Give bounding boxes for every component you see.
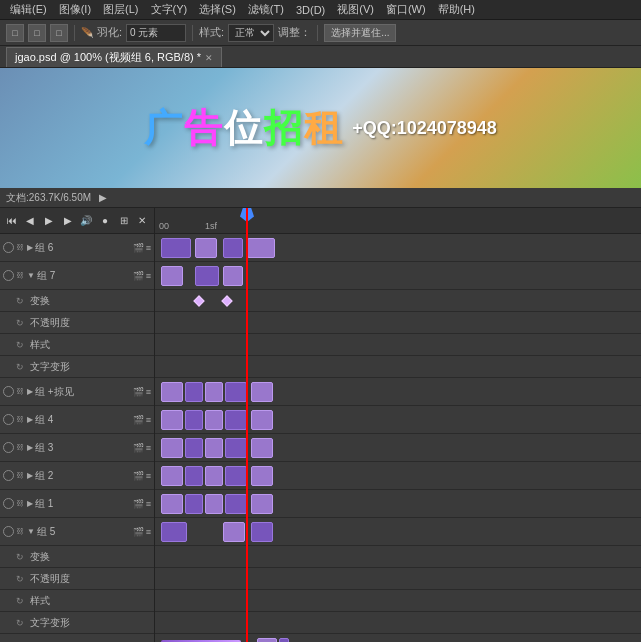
block-g7-1 <box>161 266 183 286</box>
sub-opacity-1[interactable]: ↻ 不透明度 <box>0 312 154 334</box>
track-sub3 <box>155 334 641 356</box>
cycle-icon-3: ↻ <box>16 340 28 350</box>
layer-group4[interactable]: ⛓ ▶ 组 4 🎬 ≡ <box>0 406 154 434</box>
eye-5[interactable] <box>3 526 14 537</box>
select-mask-button[interactable]: 选择并遮住... <box>324 24 396 42</box>
menu-layer[interactable]: 图层(L) <box>97 2 144 17</box>
layer-group7[interactable]: ⛓ ▼ 组 7 🎬 ≡ <box>0 262 154 290</box>
toolbar-icon-1[interactable]: □ <box>6 24 24 42</box>
expand-2[interactable]: ▶ <box>27 471 33 480</box>
options-7[interactable]: ≡ <box>146 271 151 281</box>
play-btn[interactable]: ▶ <box>41 213 57 229</box>
cycle-icon-6: ↻ <box>16 574 28 584</box>
tab-close-button[interactable]: ✕ <box>205 53 213 63</box>
feather-input[interactable] <box>126 24 186 42</box>
rewind-btn[interactable]: ⏮ <box>4 213 20 229</box>
menu-view[interactable]: 视图(V) <box>331 2 380 17</box>
block-2-3 <box>205 466 223 486</box>
eye-m[interactable] <box>3 386 14 397</box>
film-badge-6: 🎬 <box>133 243 144 253</box>
film-badge-3: 🎬 <box>133 443 144 453</box>
sub-textshape-1[interactable]: ↻ 文字变形 <box>0 356 154 378</box>
close-panel-btn[interactable]: ✕ <box>134 213 150 229</box>
menu-filter[interactable]: 滤镜(T) <box>242 2 290 17</box>
block-5-4 <box>251 522 273 542</box>
layer-name-4: 组 4 <box>35 413 131 427</box>
layer-group1[interactable]: ⛓ ▶ 组 1 🎬 ≡ <box>0 490 154 518</box>
block-m4 <box>225 382 247 402</box>
menu-help[interactable]: 帮助(H) <box>432 2 481 17</box>
menu-text[interactable]: 文字(Y) <box>145 2 194 17</box>
menu-window[interactable]: 窗口(W) <box>380 2 432 17</box>
block-3-1 <box>161 438 183 458</box>
cycle-icon-4: ↻ <box>16 362 28 372</box>
block-g6-2 <box>195 238 217 258</box>
toolbar-icon-2[interactable]: □ <box>28 24 46 42</box>
eye-4[interactable] <box>3 414 14 425</box>
layer-group6[interactable]: ⛓ ▶ 组 6 🎬 ≡ <box>0 234 154 262</box>
block-2-1 <box>161 466 183 486</box>
block-m5 <box>251 382 273 402</box>
layer-group2b[interactable]: ⛓ ▶ 图 2 🎬 ≡ <box>0 634 154 642</box>
menu-3d[interactable]: 3D(D) <box>290 4 331 16</box>
doc-info: 文档:263.7K/6.50M <box>6 191 91 205</box>
layer-name-5: 组 5 <box>37 525 131 539</box>
block-m2 <box>185 382 203 402</box>
block-4-1 <box>161 410 183 430</box>
menu-image[interactable]: 图像(I) <box>53 2 97 17</box>
style-select[interactable]: 正常 <box>228 24 274 42</box>
expand-5[interactable]: ▼ <box>27 527 35 536</box>
track-group2b: 图... <box>155 634 641 642</box>
prev-frame-btn[interactable]: ◀ <box>23 213 39 229</box>
cycle-icon-1: ↻ <box>16 296 28 306</box>
layer-group2[interactable]: ⛓ ▶ 组 2 🎬 ≡ <box>0 462 154 490</box>
expand-m[interactable]: ▶ <box>27 387 33 396</box>
expand-3[interactable]: ▶ <box>27 443 33 452</box>
canvas-image: 广 告 位 招 租 +QQ:1024078948 <box>0 68 641 188</box>
grid-btn[interactable]: ⊞ <box>116 213 132 229</box>
eye-6[interactable] <box>3 242 14 253</box>
options-3[interactable]: ≡ <box>146 443 151 453</box>
options-6[interactable]: ≡ <box>146 243 151 253</box>
sub-style-1[interactable]: ↻ 样式 <box>0 334 154 356</box>
eye-3[interactable] <box>3 442 14 453</box>
active-tab[interactable]: jgao.psd @ 100% (视频组 6, RGB/8) * ✕ <box>6 47 222 67</box>
sub-bianhuan-2[interactable]: ↻ 变换 <box>0 546 154 568</box>
layer-groupm[interactable]: ⛓ ▶ 组 +掠见 🎬 ≡ <box>0 378 154 406</box>
expand-1[interactable]: ▶ <box>27 499 33 508</box>
options-2[interactable]: ≡ <box>146 471 151 481</box>
canvas-banner: 广 告 位 招 租 +QQ:1024078948 <box>0 68 641 188</box>
cycle-icon-2: ↻ <box>16 318 28 328</box>
next-frame-btn[interactable]: ▶ <box>60 213 76 229</box>
menu-select[interactable]: 选择(S) <box>193 2 242 17</box>
layer-group3[interactable]: ⛓ ▶ 组 3 🎬 ≡ <box>0 434 154 462</box>
toolbar-icon-3[interactable]: □ <box>50 24 68 42</box>
sub-name-textshape-1: 文字变形 <box>30 360 151 374</box>
eye-1[interactable] <box>3 498 14 509</box>
track-groupm <box>155 378 641 406</box>
expand-7[interactable]: ▼ <box>27 271 35 280</box>
sub-bianhuan-1[interactable]: ↻ 变换 <box>0 290 154 312</box>
expand-6[interactable]: ▶ <box>27 243 33 252</box>
eye-2[interactable] <box>3 470 14 481</box>
banner-text: 广 告 位 招 租 +QQ:1024078948 <box>144 103 497 154</box>
options-1[interactable]: ≡ <box>146 499 151 509</box>
options-5[interactable]: ≡ <box>146 527 151 537</box>
sub-style-2[interactable]: ↻ 样式 <box>0 590 154 612</box>
timeline-ruler-header: 00 1sf <box>155 208 641 233</box>
options-m[interactable]: ≡ <box>146 387 151 397</box>
banner-char-4: 招 <box>264 103 302 154</box>
layer-name-2: 组 2 <box>35 469 131 483</box>
track-group5 <box>155 518 641 546</box>
menu-edit[interactable]: 编辑(E) <box>4 2 53 17</box>
layer-group5[interactable]: ⛓ ▼ 组 5 🎬 ≡ <box>0 518 154 546</box>
film-badge-2: 🎬 <box>133 471 144 481</box>
film-badge-7: 🎬 <box>133 271 144 281</box>
sub-opacity-2[interactable]: ↻ 不透明度 <box>0 568 154 590</box>
audio-btn[interactable]: 🔊 <box>79 213 95 229</box>
sub-textshape-2[interactable]: ↻ 文字变形 <box>0 612 154 634</box>
options-4[interactable]: ≡ <box>146 415 151 425</box>
record-btn[interactable]: ● <box>97 213 113 229</box>
eye-7[interactable] <box>3 270 14 281</box>
expand-4[interactable]: ▶ <box>27 415 33 424</box>
